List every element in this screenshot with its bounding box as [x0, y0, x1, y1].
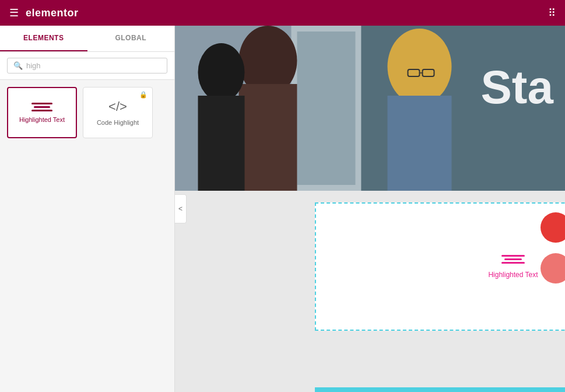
canvas: Sta < Highlighted Text ← [175, 26, 565, 392]
highlight-line-1 [31, 103, 52, 104]
blue-bar [315, 387, 565, 392]
hamburger-icon[interactable]: ☰ [9, 6, 19, 19]
code-highlight-label: Code Highlight [97, 119, 139, 126]
highlight-line-2 [34, 106, 50, 108]
element-card-code-highlight[interactable]: 🔒 </> Code Highlight [83, 87, 153, 138]
hero-section: Sta [175, 26, 565, 191]
elements-grid: Highlighted Text 🔒 </> Code Highlight [0, 80, 174, 145]
svg-point-6 [198, 43, 245, 102]
search-icon: 🔍 [13, 61, 23, 70]
dz-line-3 [501, 262, 525, 264]
drop-zone-label: Highlighted Text [488, 271, 538, 279]
search-input[interactable] [26, 61, 161, 70]
svg-rect-9 [388, 96, 452, 191]
search-container: 🔍 [0, 52, 174, 80]
elementor-logo: elementor [26, 7, 79, 19]
tab-global[interactable]: GLOBAL [87, 26, 175, 51]
grid-icon[interactable]: ⠿ [548, 6, 556, 19]
dz-line-1 [501, 255, 525, 257]
main-layout: ELEMENTS GLOBAL 🔍 Highlighted Tex [0, 26, 565, 392]
search-input-wrapper: 🔍 [7, 58, 167, 74]
top-bar: ☰ elementor ⠿ [0, 0, 565, 26]
collapse-icon: < [178, 205, 183, 213]
drop-zone-icon [501, 255, 525, 264]
drop-zone[interactable]: Highlighted Text ← [315, 202, 565, 331]
sidebar-tabs: ELEMENTS GLOBAL [0, 26, 174, 52]
collapse-handle[interactable]: < [175, 194, 187, 223]
highlight-line-3 [31, 110, 52, 111]
svg-rect-2 [297, 32, 356, 185]
code-icon: </> [108, 99, 127, 114]
dz-line-2 [504, 258, 522, 260]
highlighted-text-label: Highlighted Text [19, 116, 65, 123]
svg-point-8 [388, 29, 452, 104]
highlight-text-icon [31, 103, 52, 111]
tab-elements[interactable]: ELEMENTS [0, 26, 87, 51]
svg-rect-7 [198, 96, 245, 191]
sidebar: ELEMENTS GLOBAL 🔍 Highlighted Tex [0, 26, 175, 392]
svg-rect-5 [239, 84, 297, 191]
element-card-highlighted-text[interactable]: Highlighted Text [7, 87, 77, 138]
lock-icon: 🔒 [139, 91, 148, 99]
hero-overlay-text: Sta [481, 61, 554, 114]
